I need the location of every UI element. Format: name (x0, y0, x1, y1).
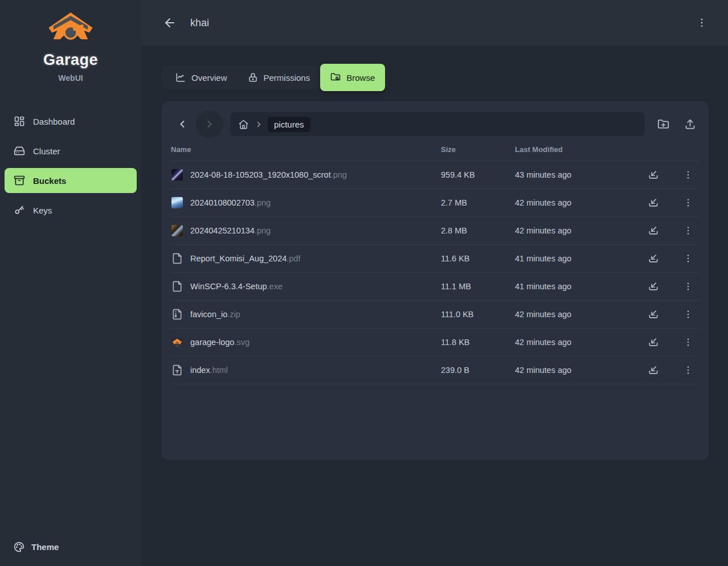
svg-text:Garage: Garage (175, 345, 180, 347)
file-icon (171, 252, 183, 265)
kebab-icon (683, 225, 693, 236)
file-name[interactable]: garage-logo.svg (190, 338, 250, 347)
download-icon (648, 364, 659, 376)
file-browser-card: pictures Name Size Last Modified (162, 101, 709, 460)
upload-icon (684, 118, 696, 130)
file-size: 111.0 KB (441, 310, 515, 319)
file-size: 11.6 KB (441, 254, 515, 263)
kebab-icon (683, 198, 693, 208)
file-name[interactable]: 20240425210134.png (190, 226, 271, 235)
file-name[interactable]: WinSCP-6.3.4-Setup.exe (190, 282, 283, 291)
breadcrumb-folder[interactable]: pictures (268, 117, 310, 132)
file-icon (171, 308, 183, 321)
table-row[interactable]: Report_Komisi_Aug_2024.pdf 11.6 KB 41 mi… (171, 245, 700, 273)
file-name[interactable]: index.html (190, 366, 228, 375)
table-row[interactable]: WinSCP-6.3.4-Setup.exe 11.1 MB 41 minute… (171, 273, 700, 301)
download-button[interactable] (645, 166, 662, 183)
download-button[interactable] (645, 334, 662, 351)
file-name[interactable]: Report_Komisi_Aug_2024.pdf (190, 254, 300, 263)
download-icon (648, 281, 659, 292)
browser-toolbar: pictures (171, 110, 700, 138)
row-menu-button[interactable] (680, 334, 696, 350)
tab-label: Permissions (264, 73, 310, 83)
sidebar-item-keys[interactable]: Keys (5, 198, 137, 223)
file-size: 11.1 MB (441, 282, 515, 291)
download-button[interactable] (645, 222, 662, 239)
row-menu-button[interactable] (680, 306, 696, 322)
file-name[interactable]: 20240108002703.png (190, 198, 271, 207)
page-title: khai (190, 17, 209, 29)
kebab-icon (683, 365, 693, 375)
file-modified: 42 minutes ago (515, 366, 645, 375)
table-row[interactable]: Garage garage-logo.svg 11.8 KB 42 minute… (171, 329, 700, 356)
download-button[interactable] (645, 250, 662, 267)
breadcrumb[interactable]: pictures (230, 112, 645, 136)
kebab-icon (683, 309, 693, 319)
sidebar-item-buckets[interactable]: Buckets (5, 168, 137, 193)
table-row[interactable]: 20240425210134.png 2.8 MB 42 minutes ago (171, 217, 700, 245)
sidebar-item-label: Cluster (33, 146, 60, 156)
download-button[interactable] (645, 362, 662, 379)
kebab-icon (683, 281, 693, 292)
page-header: khai (141, 0, 728, 46)
file-size: 11.8 KB (441, 338, 515, 347)
lock-icon (248, 72, 258, 83)
kebab-icon (683, 170, 693, 180)
download-button[interactable] (645, 306, 662, 323)
image-thumbnail (171, 197, 183, 208)
upload-button[interactable] (681, 115, 700, 134)
bucket-menu-button[interactable] (693, 14, 711, 32)
cluster-icon (14, 145, 25, 157)
tab-overview[interactable]: Overview (165, 66, 238, 89)
file-modified: 42 minutes ago (515, 338, 645, 347)
file-size: 239.0 B (441, 366, 515, 375)
download-icon (648, 197, 659, 208)
file-icon (171, 196, 183, 209)
file-icon: Garage (171, 336, 183, 348)
file-name[interactable]: favicon_io.zip (190, 310, 240, 319)
row-menu-button[interactable] (680, 223, 696, 239)
sidebar-item-dashboard[interactable]: Dashboard (5, 109, 137, 134)
row-menu-button[interactable] (680, 167, 696, 183)
file-name[interactable]: 2024-08-18-105203_1920x1080_scrot.png (190, 170, 347, 179)
table-row[interactable]: 2024-08-18-105203_1920x1080_scrot.png 95… (171, 161, 700, 189)
kebab-icon (683, 253, 693, 264)
sidebar-item-cluster[interactable]: Cluster (5, 138, 137, 163)
theme-button[interactable]: Theme (5, 537, 137, 557)
column-header-modified: Last Modified (515, 145, 645, 154)
table-row[interactable]: favicon_io.zip 111.0 KB 42 minutes ago (171, 301, 700, 329)
row-menu-button[interactable] (680, 362, 696, 378)
chevron-right-icon (204, 118, 215, 130)
new-folder-button[interactable] (654, 115, 673, 134)
garage-logo-icon (47, 11, 95, 49)
download-icon (648, 309, 659, 320)
file-size: 2.7 MB (441, 198, 515, 207)
tab-permissions[interactable]: Permissions (238, 66, 321, 89)
file-modified: 42 minutes ago (515, 198, 645, 207)
nav-back-button[interactable] (171, 110, 194, 138)
tab-label: Browse (346, 73, 375, 83)
download-button[interactable] (645, 278, 662, 295)
table-row[interactable]: index.html 239.0 B 42 minutes ago (171, 356, 700, 384)
download-icon (648, 169, 659, 181)
file-icon (171, 364, 183, 376)
tab-bar: Overview Permissions Browse (162, 66, 388, 89)
row-menu-button[interactable] (680, 251, 696, 266)
home-icon[interactable] (237, 118, 250, 131)
table-row[interactable]: 20240108002703.png 2.7 MB 42 minutes ago (171, 189, 700, 217)
download-button[interactable] (645, 194, 662, 211)
file-icon (171, 224, 183, 237)
chevron-right-icon (255, 120, 263, 129)
content: Overview Permissions Browse (141, 46, 728, 566)
brand-subtitle: WebUI (58, 73, 83, 83)
row-menu-button[interactable] (680, 278, 696, 294)
tab-browse[interactable]: Browse (320, 64, 385, 91)
back-button[interactable] (161, 14, 179, 32)
tab-label: Overview (191, 73, 227, 83)
download-icon (648, 225, 659, 236)
file-modified: 43 minutes ago (515, 170, 645, 179)
main-area: khai Overview Permissions (141, 0, 728, 566)
file-modified: 42 minutes ago (515, 310, 645, 319)
nav-forward-button[interactable] (196, 110, 223, 138)
row-menu-button[interactable] (680, 195, 696, 211)
